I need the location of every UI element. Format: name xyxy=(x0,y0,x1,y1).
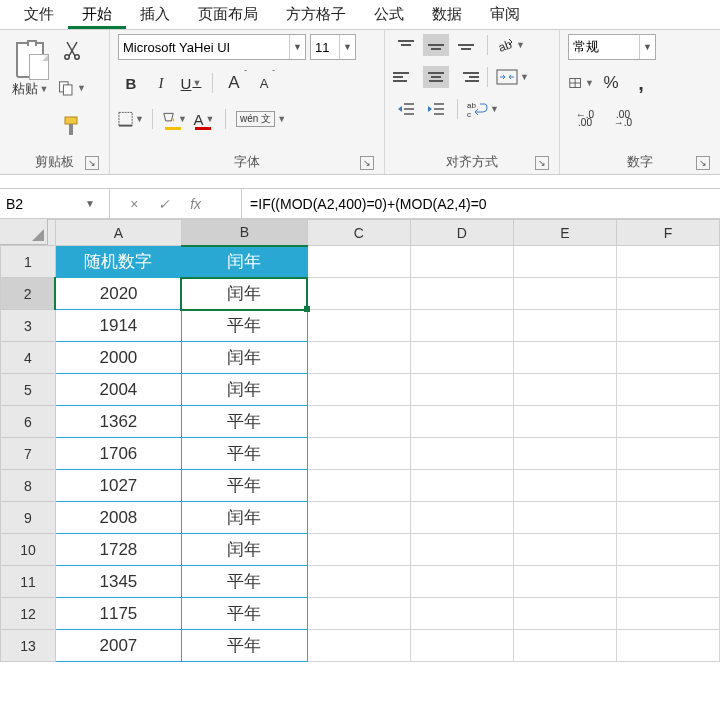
row-header-9[interactable]: 9 xyxy=(1,502,56,534)
col-header-C[interactable]: C xyxy=(307,220,410,246)
cell-E11[interactable] xyxy=(513,566,616,598)
number-format-combobox[interactable]: ▼ xyxy=(568,34,656,60)
cell-D12[interactable] xyxy=(410,598,513,630)
row-header-7[interactable]: 7 xyxy=(1,438,56,470)
cell-F1[interactable] xyxy=(616,246,719,278)
paste-button[interactable]: 粘贴▼ xyxy=(8,34,52,98)
cell-E7[interactable] xyxy=(513,438,616,470)
cell-A2[interactable]: 2020 xyxy=(55,278,181,310)
cell-C6[interactable] xyxy=(307,406,410,438)
cell-F5[interactable] xyxy=(616,374,719,406)
increase-decimal-button[interactable]: ←.0.00 xyxy=(568,106,602,132)
cell-C12[interactable] xyxy=(307,598,410,630)
font-launcher[interactable]: ↘ xyxy=(360,156,374,170)
number-format-input[interactable] xyxy=(569,35,639,59)
cell-E3[interactable] xyxy=(513,310,616,342)
italic-button[interactable]: I xyxy=(148,70,174,96)
insert-function-button[interactable]: fx xyxy=(190,196,201,212)
accounting-format-button[interactable]: ▼ xyxy=(568,70,594,96)
align-bottom-button[interactable] xyxy=(453,34,479,56)
cell-D2[interactable] xyxy=(410,278,513,310)
row-header-5[interactable]: 5 xyxy=(1,374,56,406)
row-header-8[interactable]: 8 xyxy=(1,470,56,502)
fill-color-button[interactable]: ▼ xyxy=(161,106,187,132)
col-header-E[interactable]: E xyxy=(513,220,616,246)
cell-C10[interactable] xyxy=(307,534,410,566)
row-header-11[interactable]: 11 xyxy=(1,566,56,598)
cell-B6[interactable]: 平年 xyxy=(181,406,307,438)
cell-E6[interactable] xyxy=(513,406,616,438)
cell-C2[interactable] xyxy=(307,278,410,310)
bold-button[interactable]: B xyxy=(118,70,144,96)
row-header-13[interactable]: 13 xyxy=(1,630,56,662)
cell-A8[interactable]: 1027 xyxy=(55,470,181,502)
menu-tab-7[interactable]: 审阅 xyxy=(476,0,534,29)
cell-B10[interactable]: 闰年 xyxy=(181,534,307,566)
formula-cancel-button[interactable]: × xyxy=(130,196,138,212)
align-launcher[interactable]: ↘ xyxy=(535,156,549,170)
font-size-input[interactable] xyxy=(311,35,339,59)
cell-B2[interactable]: 闰年 xyxy=(181,278,307,310)
number-format-caret[interactable]: ▼ xyxy=(639,35,655,59)
cell-A3[interactable]: 1914 xyxy=(55,310,181,342)
grow-font-button[interactable]: Aˆ xyxy=(221,70,247,96)
spreadsheet-grid[interactable]: ABCDEF1随机数字闰年22020闰年31914平年42000闰年52004闰… xyxy=(0,219,720,662)
cell-E10[interactable] xyxy=(513,534,616,566)
orientation-button[interactable]: ab ▼ xyxy=(496,36,525,54)
menu-tab-4[interactable]: 方方格子 xyxy=(272,0,360,29)
cell-F11[interactable] xyxy=(616,566,719,598)
cell-C13[interactable] xyxy=(307,630,410,662)
border-button[interactable]: ▼ xyxy=(118,106,144,132)
cell-C8[interactable] xyxy=(307,470,410,502)
cell-B5[interactable]: 闰年 xyxy=(181,374,307,406)
cell-E8[interactable] xyxy=(513,470,616,502)
cell-E13[interactable] xyxy=(513,630,616,662)
cell-E12[interactable] xyxy=(513,598,616,630)
underline-button[interactable]: U▼ xyxy=(178,70,204,96)
cell-E9[interactable] xyxy=(513,502,616,534)
cell-D10[interactable] xyxy=(410,534,513,566)
cell-F12[interactable] xyxy=(616,598,719,630)
cell-D8[interactable] xyxy=(410,470,513,502)
row-header-2[interactable]: 2 xyxy=(1,278,56,310)
col-header-F[interactable]: F xyxy=(616,220,719,246)
cell-B7[interactable]: 平年 xyxy=(181,438,307,470)
row-header-4[interactable]: 4 xyxy=(1,342,56,374)
cell-A11[interactable]: 1345 xyxy=(55,566,181,598)
select-all-corner[interactable] xyxy=(0,219,48,245)
align-right-button[interactable] xyxy=(453,66,479,88)
cell-D4[interactable] xyxy=(410,342,513,374)
cell-D6[interactable] xyxy=(410,406,513,438)
cell-C4[interactable] xyxy=(307,342,410,374)
cell-D3[interactable] xyxy=(410,310,513,342)
cell-E1[interactable] xyxy=(513,246,616,278)
menu-tab-3[interactable]: 页面布局 xyxy=(184,0,272,29)
cell-F10[interactable] xyxy=(616,534,719,566)
align-middle-button[interactable] xyxy=(423,34,449,56)
cell-C1[interactable] xyxy=(307,246,410,278)
font-size-caret[interactable]: ▼ xyxy=(339,35,355,59)
font-color-button[interactable]: A ▼ xyxy=(191,106,217,132)
cell-A12[interactable]: 1175 xyxy=(55,598,181,630)
cell-F3[interactable] xyxy=(616,310,719,342)
cell-C3[interactable] xyxy=(307,310,410,342)
cell-A13[interactable]: 2007 xyxy=(55,630,181,662)
cell-B3[interactable]: 平年 xyxy=(181,310,307,342)
formula-input[interactable] xyxy=(242,189,720,218)
number-launcher[interactable]: ↘ xyxy=(696,156,710,170)
menu-tab-6[interactable]: 数据 xyxy=(418,0,476,29)
cell-A6[interactable]: 1362 xyxy=(55,406,181,438)
cell-B8[interactable]: 平年 xyxy=(181,470,307,502)
cell-A5[interactable]: 2004 xyxy=(55,374,181,406)
col-header-B[interactable]: B xyxy=(181,220,307,246)
cell-E4[interactable] xyxy=(513,342,616,374)
cell-E2[interactable] xyxy=(513,278,616,310)
cell-F8[interactable] xyxy=(616,470,719,502)
cell-B11[interactable]: 平年 xyxy=(181,566,307,598)
cell-B13[interactable]: 平年 xyxy=(181,630,307,662)
cell-F2[interactable] xyxy=(616,278,719,310)
phonetic-button[interactable]: wén 文 ▼ xyxy=(234,106,288,132)
cell-F4[interactable] xyxy=(616,342,719,374)
cell-D11[interactable] xyxy=(410,566,513,598)
row-header-6[interactable]: 6 xyxy=(1,406,56,438)
